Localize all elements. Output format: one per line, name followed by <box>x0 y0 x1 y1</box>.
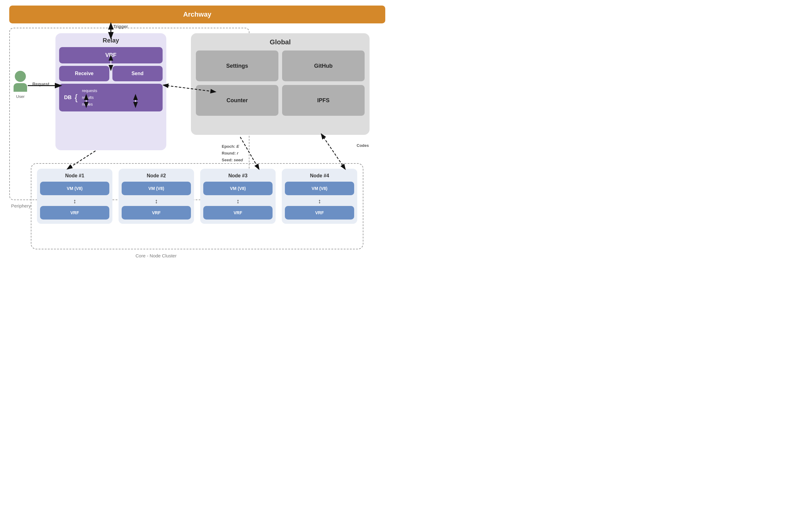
node-1-vm: VM (V8) <box>40 182 109 195</box>
relay-vrf: VRF <box>59 47 163 63</box>
periphery-label: Periphery <box>11 203 31 208</box>
core-label: Core - Node Cluster <box>135 253 176 258</box>
global-box: Global Settings GitHub Counter IPFS <box>191 33 370 135</box>
node-3-arrow-icon: ↕ <box>203 198 273 205</box>
node-2-vrf: VRF <box>121 206 191 220</box>
global-title: Global <box>196 38 364 46</box>
relay-receive: Receive <box>59 66 109 81</box>
node-2-arrow-icon: ↕ <box>121 198 191 205</box>
node-4-arrow-icon: ↕ <box>285 198 354 205</box>
node-2-vm: VM (V8) <box>121 182 191 195</box>
node-1-title: Node #1 <box>40 173 109 178</box>
user-label: User <box>16 94 24 99</box>
node-3-box: Node #3 VM (V8) ↕ VRF <box>200 169 276 224</box>
node-1-box: Node #1 VM (V8) ↕ VRF <box>37 169 112 224</box>
node-4-title: Node #4 <box>285 173 354 178</box>
brace-icon: { <box>75 93 78 102</box>
global-github: GitHub <box>282 51 364 81</box>
trigger-label: Trigger <box>113 24 128 29</box>
request-label: Request <box>32 81 49 87</box>
diagram-container: Archway Periphery Relay VRF Receive Send… <box>0 0 394 266</box>
relay-box: Relay VRF Receive Send DB { requestsresu… <box>55 33 166 150</box>
relay-mid-row: Receive Send <box>59 66 163 81</box>
nodes-row: Node #1 VM (V8) ↕ VRF Node #2 VM (V8) ↕ … <box>37 169 357 224</box>
user-head-icon <box>15 71 26 82</box>
global-ipfs: IPFS <box>282 85 364 116</box>
node-2-title: Node #2 <box>121 173 191 178</box>
node-1-vrf: VRF <box>40 206 109 220</box>
user-body-icon <box>14 83 27 92</box>
node-2-box: Node #2 VM (V8) ↕ VRF <box>118 169 194 224</box>
global-grid: Settings GitHub Counter IPFS <box>196 51 364 116</box>
relay-send: Send <box>112 66 163 81</box>
relay-db-items: requestsresultsnodes <box>82 88 97 108</box>
node-4-vrf: VRF <box>285 206 354 220</box>
node-4-box: Node #4 VM (V8) ↕ VRF <box>282 169 357 224</box>
node-1-arrow-icon: ↕ <box>40 198 109 205</box>
user-figure: User <box>14 71 27 99</box>
node-3-vrf: VRF <box>203 206 273 220</box>
node-4-vm: VM (V8) <box>285 182 354 195</box>
archway-bar: Archway <box>9 5 385 23</box>
global-settings: Settings <box>196 51 278 81</box>
node-3-vm: VM (V8) <box>203 182 273 195</box>
global-counter: Counter <box>196 85 278 116</box>
archway-label: Archway <box>183 11 211 18</box>
epoch-label: Epoch: ERound: rSeed: seed <box>222 143 243 164</box>
relay-db-label: DB <box>64 95 72 101</box>
node-3-title: Node #3 <box>203 173 273 178</box>
codes-label: Codes <box>357 143 369 148</box>
relay-db: DB { requestsresultsnodes <box>59 84 163 111</box>
relay-title: Relay <box>59 37 163 44</box>
